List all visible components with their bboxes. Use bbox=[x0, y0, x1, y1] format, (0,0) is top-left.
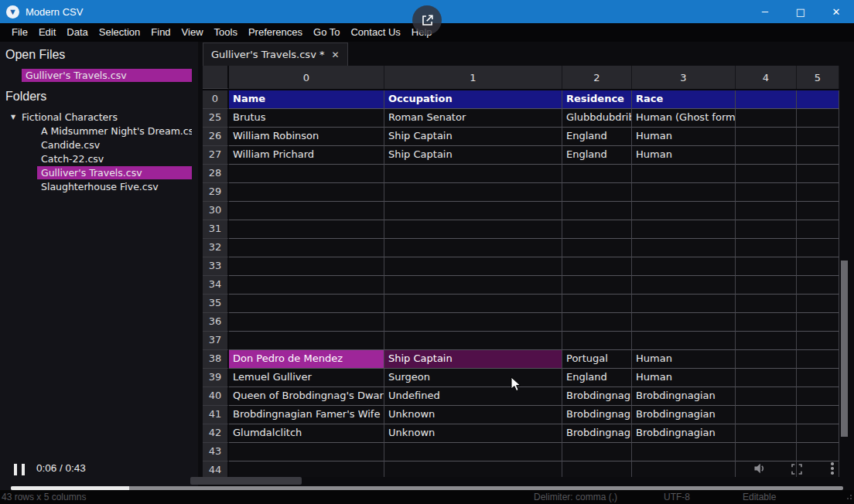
row-number[interactable]: 40 bbox=[203, 387, 229, 406]
table-cell[interactable] bbox=[562, 183, 632, 202]
table-cell[interactable]: Brobdingnagian bbox=[632, 406, 736, 424]
table-cell[interactable] bbox=[229, 165, 384, 183]
table-cell[interactable] bbox=[797, 406, 839, 424]
open-file-item[interactable]: Gulliver's Travels.csv bbox=[22, 69, 192, 82]
table-cell[interactable] bbox=[736, 350, 797, 369]
popout-button[interactable] bbox=[412, 5, 442, 35]
table-cell[interactable] bbox=[736, 165, 797, 183]
pause-icon[interactable] bbox=[14, 464, 25, 475]
table-cell[interactable] bbox=[736, 90, 797, 109]
table-cell[interactable] bbox=[562, 443, 632, 461]
table-cell[interactable] bbox=[562, 220, 632, 239]
table-cell[interactable] bbox=[736, 239, 797, 257]
table-cell[interactable] bbox=[384, 461, 562, 477]
menu-item-contact-us[interactable]: Contact Us bbox=[345, 23, 405, 42]
table-cell[interactable] bbox=[384, 313, 562, 332]
table-cell[interactable]: Brobdingnagian bbox=[632, 424, 736, 443]
table-cell[interactable] bbox=[736, 295, 797, 313]
table-cell[interactable]: Surgeon bbox=[384, 369, 562, 387]
table-cell[interactable]: England bbox=[562, 146, 632, 165]
column-header[interactable]: 0 bbox=[229, 66, 384, 89]
row-number[interactable]: 42 bbox=[203, 424, 229, 443]
table-cell[interactable] bbox=[736, 443, 797, 461]
resize-grip-icon[interactable] bbox=[844, 492, 852, 499]
table-cell[interactable] bbox=[632, 461, 736, 477]
maximize-icon[interactable]: □ bbox=[783, 0, 818, 23]
table-cell[interactable] bbox=[562, 332, 632, 350]
table-cell[interactable]: Name bbox=[229, 90, 384, 109]
table-cell[interactable]: England bbox=[562, 128, 632, 146]
table-cell[interactable]: Don Pedro de Mendez bbox=[229, 350, 384, 369]
tab-gullivers-travels[interactable]: Gulliver's Travels.csv * ✕ bbox=[203, 43, 348, 66]
table-cell[interactable] bbox=[562, 313, 632, 332]
column-header[interactable]: 4 bbox=[736, 66, 797, 89]
column-header[interactable]: 3 bbox=[632, 66, 736, 89]
table-cell[interactable] bbox=[797, 146, 839, 165]
table-cell[interactable] bbox=[632, 165, 736, 183]
table-cell[interactable] bbox=[632, 295, 736, 313]
row-number[interactable]: 33 bbox=[203, 257, 229, 276]
row-number[interactable]: 38 bbox=[203, 350, 229, 369]
table-cell[interactable]: Unknown bbox=[384, 406, 562, 424]
table-cell[interactable]: Roman Senator bbox=[384, 109, 562, 128]
row-number[interactable]: 39 bbox=[203, 369, 229, 387]
row-number[interactable]: 25 bbox=[203, 109, 229, 128]
table-cell[interactable]: Queen of Brobdingnag's Dwarf bbox=[229, 387, 384, 406]
table-cell[interactable] bbox=[797, 350, 839, 369]
table-cell[interactable] bbox=[736, 369, 797, 387]
table-cell[interactable] bbox=[562, 239, 632, 257]
table-cell[interactable]: Unknown bbox=[384, 424, 562, 443]
menu-item-preferences[interactable]: Preferences bbox=[243, 23, 308, 42]
table-cell[interactable]: Undefined bbox=[384, 387, 562, 406]
fullscreen-icon[interactable] bbox=[791, 463, 803, 478]
table-cell[interactable] bbox=[384, 257, 562, 276]
row-number[interactable]: 28 bbox=[203, 165, 229, 183]
corner-cell[interactable] bbox=[203, 66, 229, 89]
table-cell[interactable] bbox=[229, 332, 384, 350]
table-cell[interactable] bbox=[229, 183, 384, 202]
row-number[interactable]: 32 bbox=[203, 239, 229, 257]
column-header[interactable]: 1 bbox=[384, 66, 562, 89]
row-number[interactable]: 43 bbox=[203, 443, 229, 461]
table-cell[interactable] bbox=[797, 128, 839, 146]
table-cell[interactable]: William Prichard bbox=[229, 146, 384, 165]
table-cell[interactable] bbox=[797, 202, 839, 220]
table-cell[interactable] bbox=[384, 332, 562, 350]
table-cell[interactable]: Human (Ghost form) bbox=[632, 109, 736, 128]
table-cell[interactable] bbox=[384, 276, 562, 295]
table-cell[interactable] bbox=[229, 276, 384, 295]
folder-node[interactable]: ▼ Fictional Characters bbox=[11, 111, 198, 124]
table-cell[interactable] bbox=[229, 295, 384, 313]
table-cell[interactable]: England bbox=[562, 369, 632, 387]
row-number[interactable]: 29 bbox=[203, 183, 229, 202]
table-cell[interactable] bbox=[797, 220, 839, 239]
tree-item[interactable]: Candide.csv bbox=[37, 138, 192, 152]
menu-item-view[interactable]: View bbox=[176, 23, 209, 42]
table-cell[interactable] bbox=[736, 406, 797, 424]
table-cell[interactable]: Human bbox=[632, 350, 736, 369]
table-cell[interactable] bbox=[562, 295, 632, 313]
table-cell[interactable] bbox=[229, 461, 384, 477]
table-cell[interactable]: William Robinson bbox=[229, 128, 384, 146]
table-cell[interactable] bbox=[229, 202, 384, 220]
table-cell[interactable] bbox=[229, 313, 384, 332]
table-cell[interactable]: Residence bbox=[562, 90, 632, 109]
table-cell[interactable] bbox=[736, 387, 797, 406]
row-number[interactable]: 37 bbox=[203, 332, 229, 350]
table-cell[interactable] bbox=[736, 146, 797, 165]
table-cell[interactable]: Lemuel Gulliver bbox=[229, 369, 384, 387]
menu-item-edit[interactable]: Edit bbox=[33, 23, 61, 42]
table-cell[interactable] bbox=[797, 109, 839, 128]
table-cell[interactable] bbox=[632, 239, 736, 257]
table-cell[interactable] bbox=[797, 443, 839, 461]
table-cell[interactable]: Race bbox=[632, 90, 736, 109]
table-cell[interactable] bbox=[797, 387, 839, 406]
table-cell[interactable] bbox=[384, 220, 562, 239]
tree-item[interactable]: Catch-22.csv bbox=[37, 152, 192, 165]
row-number[interactable]: 31 bbox=[203, 220, 229, 239]
table-cell[interactable] bbox=[229, 257, 384, 276]
table-cell[interactable] bbox=[797, 183, 839, 202]
row-number[interactable]: 36 bbox=[203, 313, 229, 332]
tab-close-icon[interactable]: ✕ bbox=[331, 49, 339, 60]
table-cell[interactable] bbox=[736, 313, 797, 332]
